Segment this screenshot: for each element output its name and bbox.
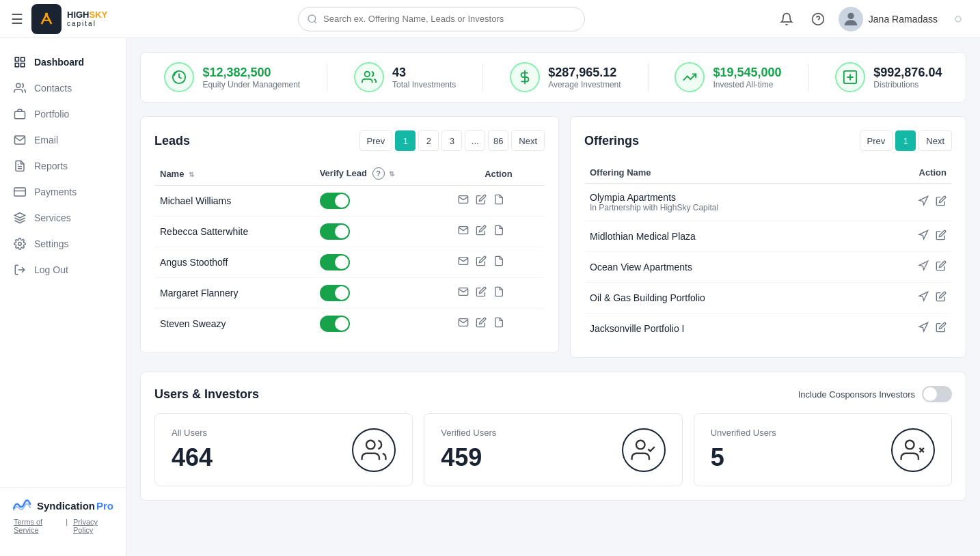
sidebar-item-payments[interactable]: Payments	[0, 179, 126, 205]
leads-page-2[interactable]: 2	[418, 130, 439, 151]
leads-next-btn[interactable]: Next	[511, 130, 545, 151]
leads-page-dots: ...	[465, 130, 485, 151]
verify-help-icon[interactable]: ?	[372, 167, 385, 180]
cosponsors-toggle-switch[interactable]	[922, 386, 952, 402]
user-stat-card-all: All Users 464	[154, 413, 413, 486]
logout-icon	[14, 264, 26, 276]
lead-actions	[458, 317, 539, 331]
offerings-section: Offerings Prev 1 Next Offering Name Acti…	[570, 116, 966, 358]
stat-equity-icon	[164, 62, 194, 92]
document-action-icon[interactable]	[493, 255, 504, 269]
leads-col-name: Name ⇅	[154, 162, 314, 186]
leads-page-3[interactable]: 3	[441, 130, 462, 151]
offerings-title: Offerings	[584, 134, 639, 148]
edit-action-icon[interactable]	[476, 286, 487, 300]
sidebar-item-dashboard[interactable]: Dashboard	[0, 49, 126, 75]
sidebar-item-settings[interactable]: Settings	[0, 231, 126, 257]
email-action-icon[interactable]	[458, 317, 469, 331]
offerings-page-1[interactable]: 1	[895, 130, 916, 151]
edit-action-icon[interactable]	[476, 317, 487, 331]
sidebar-item-logout[interactable]: Log Out	[0, 257, 126, 283]
stat-average-value: $287,965.12	[548, 66, 621, 80]
email-action-icon[interactable]	[458, 194, 469, 208]
stat-equity-text: $12,382,500 Equity Under Management	[202, 66, 300, 89]
user-stat-icon-verified	[622, 428, 666, 472]
leads-page-86[interactable]: 86	[488, 130, 508, 151]
verify-toggle[interactable]	[320, 254, 350, 270]
logo: HIGHSKY capital	[31, 4, 107, 34]
email-action-icon[interactable]	[458, 286, 469, 300]
document-action-icon[interactable]	[493, 317, 504, 331]
privacy-link[interactable]: Privacy Policy	[73, 518, 112, 534]
leads-prev-btn[interactable]: Prev	[359, 130, 393, 151]
edit-offering-icon[interactable]	[936, 195, 947, 209]
leads-page-1[interactable]: 1	[395, 130, 416, 151]
stat-investments-value: 43	[392, 66, 456, 80]
user-stat-number: 464	[172, 443, 213, 472]
name-sort-icon[interactable]: ⇅	[189, 171, 194, 178]
sidebar-item-portfolio[interactable]: Portfolio	[0, 101, 126, 127]
document-action-icon[interactable]	[493, 225, 504, 238]
verify-sort-icon[interactable]: ⇅	[389, 170, 394, 178]
edit-offering-icon[interactable]	[936, 291, 947, 305]
stat-distributions-value: $992,876.04	[873, 66, 942, 80]
sidebar-item-services[interactable]: Services	[0, 205, 126, 231]
svg-point-24	[906, 440, 914, 449]
hamburger-icon[interactable]: ☰	[11, 11, 23, 27]
sidebar-item-email[interactable]: Email	[0, 127, 126, 153]
notifications-icon[interactable]	[776, 8, 798, 30]
edit-offering-icon[interactable]	[936, 260, 947, 274]
stat-investments-label: Total Investments	[392, 80, 456, 89]
verify-toggle[interactable]	[320, 223, 350, 240]
top-nav: ☰ HIGHSKY capital	[0, 0, 980, 38]
megaphone-action-icon[interactable]	[918, 322, 929, 335]
user-info[interactable]: Jana Ramadass	[839, 7, 938, 31]
payments-icon	[14, 186, 26, 198]
email-action-icon[interactable]	[458, 225, 469, 238]
stat-equity-value: $12,382,500	[202, 66, 300, 80]
offerings-next-btn[interactable]: Next	[918, 130, 952, 151]
offering-actions	[876, 260, 947, 274]
offering-actions	[876, 322, 947, 335]
verify-toggle[interactable]	[320, 193, 350, 209]
sidebar-bottom: SyndicationPro Terms of Service | Privac…	[0, 487, 126, 545]
stat-distributions-text: $992,876.04 Distributions	[873, 66, 942, 89]
sidebar-item-contacts[interactable]: Contacts	[0, 75, 126, 101]
table-row: Rebecca Satterwhite	[154, 217, 545, 247]
search-bar[interactable]	[298, 7, 585, 31]
users-card: Users & Investors Include Cosponsors Inv…	[140, 372, 966, 501]
verify-toggle[interactable]	[320, 316, 350, 332]
edit-action-icon[interactable]	[476, 194, 487, 208]
settings-icon	[14, 238, 26, 250]
verify-toggle[interactable]	[320, 285, 350, 301]
email-action-icon[interactable]	[458, 255, 469, 269]
svg-rect-8	[15, 64, 18, 67]
edit-offering-icon[interactable]	[936, 322, 947, 335]
search-input[interactable]	[323, 14, 576, 24]
stat-investments-icon	[354, 62, 384, 92]
edit-offering-icon[interactable]	[936, 230, 947, 243]
megaphone-action-icon[interactable]	[918, 260, 929, 274]
table-row: Olympia Apartments In Partnership with H…	[584, 184, 952, 221]
offerings-card: Offerings Prev 1 Next Offering Name Acti…	[570, 116, 966, 358]
offerings-pagination: Prev 1 Next	[860, 130, 952, 151]
help-icon[interactable]	[807, 8, 829, 30]
megaphone-action-icon[interactable]	[918, 195, 929, 209]
offering-actions	[876, 291, 947, 305]
stat-divider-3	[648, 64, 649, 91]
edit-action-icon[interactable]	[476, 225, 487, 238]
user-stat-label: Unverified Users	[711, 428, 776, 438]
users-investors-section: Users & Investors Include Cosponsors Inv…	[140, 372, 966, 501]
terms-link[interactable]: Terms of Service	[14, 518, 60, 534]
document-action-icon[interactable]	[493, 286, 504, 300]
user-stat-number: 5	[711, 443, 776, 472]
offering-name: Jacksonville Portfolio I	[590, 323, 865, 334]
edit-action-icon[interactable]	[476, 255, 487, 269]
search-area	[107, 7, 776, 31]
megaphone-action-icon[interactable]	[918, 291, 929, 305]
megaphone-action-icon[interactable]	[918, 230, 929, 243]
document-action-icon[interactable]	[493, 194, 504, 208]
offerings-prev-btn[interactable]: Prev	[860, 130, 893, 151]
sidebar-item-reports[interactable]: Reports	[0, 153, 126, 179]
leads-col-action: Action	[452, 162, 545, 186]
